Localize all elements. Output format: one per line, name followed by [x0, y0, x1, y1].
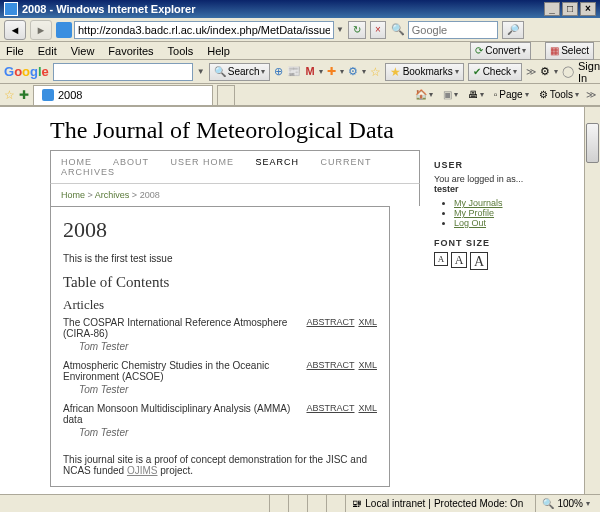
gmail-icon[interactable]: M	[305, 65, 314, 79]
fontsize-medium[interactable]: A	[451, 252, 467, 268]
user-icon: ◯	[562, 65, 574, 79]
abstract-link[interactable]: ABSTRACT	[306, 317, 354, 327]
my-profile-link[interactable]: My Profile	[454, 208, 494, 218]
zoom-level[interactable]: 🔍100%▾	[535, 495, 596, 512]
home-button[interactable]: 🏠▾	[412, 89, 436, 100]
share-icon[interactable]: ⊕	[274, 65, 283, 79]
zoom-icon: 🔍	[542, 498, 554, 509]
computer-icon: 🖳	[352, 498, 362, 509]
tab-title: 2008	[58, 89, 82, 101]
stop-icon: ×	[375, 24, 381, 35]
new-tab-button[interactable]	[217, 85, 235, 105]
journal-nav: HOME ABOUT USER HOME SEARCH CURRENT ARCH…	[50, 150, 420, 183]
google-search-button[interactable]: 🔍Search▾	[209, 63, 271, 81]
logout-link[interactable]: Log Out	[454, 218, 486, 228]
blogger-icon[interactable]: ✚	[327, 65, 336, 79]
article-title[interactable]: African Monsoon Multidisciplinary Analys…	[63, 403, 302, 425]
menu-help[interactable]: Help	[207, 45, 230, 57]
article-title[interactable]: The COSPAR International Reference Atmos…	[63, 317, 302, 339]
feeds-button[interactable]: ▣▾	[440, 89, 461, 100]
menu-favorites[interactable]: Favorites	[108, 45, 153, 57]
security-zone: 🖳Local intranet | Protected Mode: On	[345, 495, 529, 512]
page-icon: ▫	[494, 89, 498, 100]
articles-heading: Articles	[63, 297, 377, 313]
google-search-input[interactable]	[53, 63, 193, 81]
forward-button[interactable]: ►	[30, 20, 52, 40]
xml-link[interactable]: XML	[358, 360, 377, 370]
ojims-link[interactable]: OJIMS	[127, 465, 158, 476]
username: tester	[434, 184, 550, 194]
abstract-link[interactable]: ABSTRACT	[306, 403, 354, 413]
nav-userhome[interactable]: USER HOME	[171, 157, 235, 167]
fontsize-small[interactable]: A	[434, 252, 448, 266]
breadcrumb-home[interactable]: Home	[61, 190, 85, 200]
refresh-button[interactable]: ↻	[348, 21, 366, 39]
tab-page-icon	[42, 89, 54, 101]
article-item: African Monsoon Multidisciplinary Analys…	[63, 403, 377, 438]
star-icon: ★	[390, 65, 401, 79]
main-column: 2008 This is the first test issue Table …	[50, 206, 390, 487]
nav-search[interactable]: SEARCH	[256, 157, 300, 167]
chevrons-icon[interactable]: ≫	[526, 66, 536, 77]
settings-icon[interactable]: ⚙	[540, 65, 550, 79]
address-dropdown[interactable]: ▼	[336, 25, 344, 34]
window-titlebar: 2008 - Windows Internet Explorer _ □ ×	[0, 0, 600, 18]
breadcrumb-archives[interactable]: Archives	[95, 190, 130, 200]
address-input[interactable]	[74, 21, 334, 39]
google-logo: Google	[4, 64, 49, 79]
nav-archives[interactable]: ARCHIVES	[61, 167, 115, 177]
nav-home[interactable]: HOME	[61, 157, 92, 167]
browser-search-input[interactable]	[408, 21, 498, 39]
favorites-star-icon[interactable]: ☆	[4, 88, 15, 102]
stop-button[interactable]: ×	[370, 21, 386, 39]
menu-file[interactable]: File	[6, 45, 24, 57]
article-author: Tom Tester	[63, 341, 377, 352]
breadcrumb: Home > Archives > 2008	[50, 183, 420, 206]
convert-button[interactable]: ⟳Convert▾	[470, 42, 531, 60]
scrollbar-thumb[interactable]	[586, 123, 599, 163]
back-button[interactable]: ◄	[4, 20, 26, 40]
close-button[interactable]: ×	[580, 2, 596, 16]
my-journals-link[interactable]: My Journals	[454, 198, 503, 208]
page-menu[interactable]: ▫Page▾	[491, 89, 532, 100]
arrow-left-icon: ◄	[10, 24, 21, 36]
search-go-button[interactable]: 🔎	[502, 21, 524, 39]
print-button[interactable]: 🖶▾	[465, 89, 487, 100]
tools-menu[interactable]: ⚙Tools▾	[536, 89, 582, 100]
nav-about[interactable]: ABOUT	[113, 157, 149, 167]
fontsize-large[interactable]: A	[470, 252, 488, 270]
toolbar-chevrons-icon[interactable]: ≫	[586, 89, 596, 100]
news-icon[interactable]: 📰	[287, 65, 301, 79]
xml-link[interactable]: XML	[358, 403, 377, 413]
status-bar: 🖳Local intranet | Protected Mode: On 🔍10…	[0, 494, 600, 512]
google-dropdown[interactable]: ▼	[197, 67, 205, 76]
bookmarks-button[interactable]: ★Bookmarks▾	[385, 63, 464, 81]
tab-bar: ☆ ✚ 2008 🏠▾ ▣▾ 🖶▾ ▫Page▾ ⚙Tools▾ ≫	[0, 84, 600, 106]
page-icon	[56, 22, 72, 38]
vertical-scrollbar[interactable]	[584, 107, 600, 506]
menu-edit[interactable]: Edit	[38, 45, 57, 57]
print-icon: 🖶	[468, 89, 478, 100]
nav-current[interactable]: CURRENT	[321, 157, 372, 167]
minimize-button[interactable]: _	[544, 2, 560, 16]
abstract-link[interactable]: ABSTRACT	[306, 360, 354, 370]
bookmark-star-icon[interactable]: ☆	[370, 65, 381, 79]
menu-tools[interactable]: Tools	[168, 45, 194, 57]
more-icon[interactable]: ⚙	[348, 65, 358, 79]
article-title[interactable]: Atmospheric Chemistry Studies in the Oce…	[63, 360, 302, 382]
xml-link[interactable]: XML	[358, 317, 377, 327]
signin-link[interactable]: Sign In	[578, 60, 600, 84]
search-icon: 🔍	[214, 66, 226, 77]
article-item: Atmospheric Chemistry Studies in the Oce…	[63, 360, 377, 395]
select-button[interactable]: ▦Select	[545, 42, 594, 60]
tab-2008[interactable]: 2008	[33, 85, 213, 105]
check-button[interactable]: ✔Check▾	[468, 63, 522, 81]
window-title: 2008 - Windows Internet Explorer	[22, 3, 196, 15]
toc-heading: Table of Contents	[63, 274, 377, 291]
add-favorite-icon[interactable]: ✚	[19, 88, 29, 102]
convert-icon: ⟳	[475, 45, 483, 56]
menu-view[interactable]: View	[71, 45, 95, 57]
user-heading: USER	[434, 160, 550, 170]
maximize-button[interactable]: □	[562, 2, 578, 16]
article-item: The COSPAR International Reference Atmos…	[63, 317, 377, 352]
